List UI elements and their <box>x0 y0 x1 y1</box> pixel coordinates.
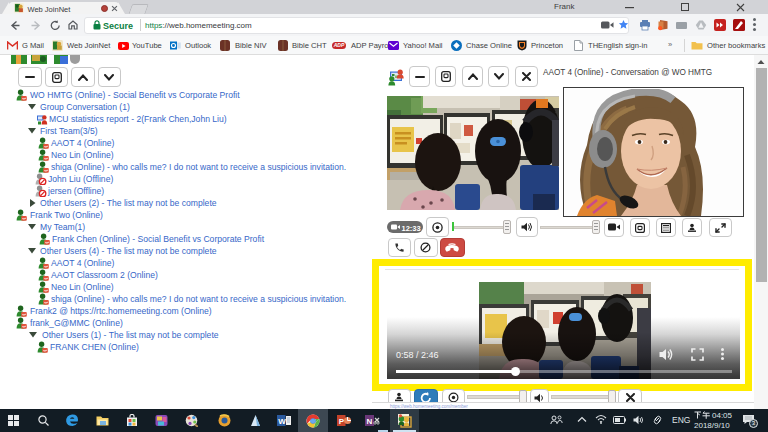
svg-text:W: W <box>278 417 286 426</box>
svg-text:N: N <box>367 417 373 426</box>
svg-text:P: P <box>339 417 345 426</box>
